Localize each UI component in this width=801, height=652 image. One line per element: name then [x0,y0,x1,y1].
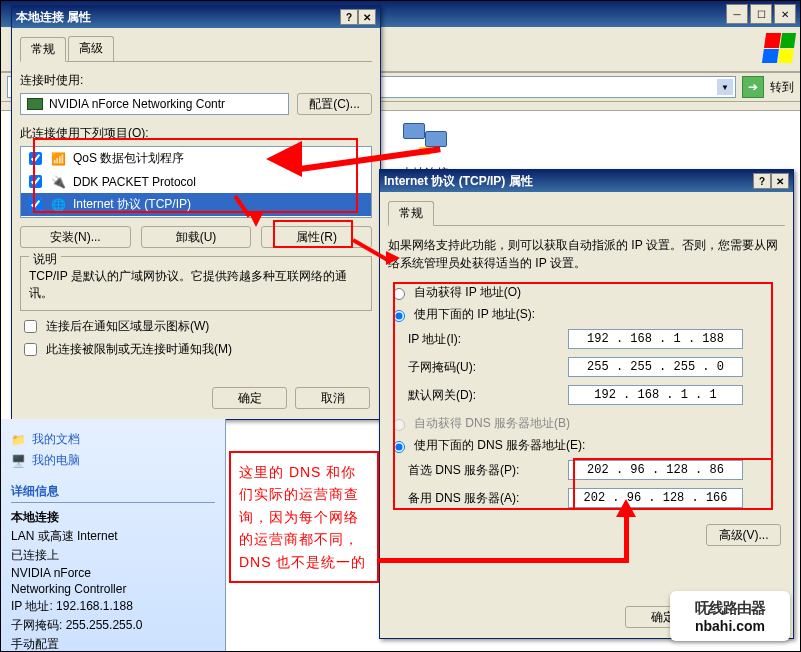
ip-address-input[interactable]: 192 . 168 . 1 . 188 [568,329,743,349]
list-item[interactable]: 🔌 DDK PACKET Protocol [21,170,371,193]
list-item-tcpip[interactable]: 🌐 Internet 协议 (TCP/IP) [21,193,371,216]
sidebar-item-label: 我的电脑 [32,452,80,469]
dlg1-close-button[interactable]: ✕ [358,9,376,25]
ip-desc: 如果网络支持此功能，则可以获取自动指派的 IP 设置。否则，您需要从网络系统管理… [388,236,785,272]
dlg1-titlebar[interactable]: 本地连接 属性 ? ✕ [12,6,380,28]
sidebar-item-label: 我的文档 [32,431,80,448]
item-label: QoS 数据包计划程序 [73,150,184,167]
sidebar-item-computer[interactable]: 🖥️ 我的电脑 [11,452,215,469]
dlg1-ok-button[interactable]: 确定 [212,387,287,409]
item-label: DDK PACKET Protocol [73,175,196,189]
tab-general[interactable]: 常规 [20,37,66,62]
radio-use-ip[interactable] [393,310,405,322]
detail-mode: 手动配置 [11,636,215,652]
subnet-mask-label: 子网掩码(U): [408,359,568,376]
item-checkbox[interactable] [29,198,42,211]
radio-auto-dns-label: 自动获得 DNS 服务器地址(B) [414,415,570,432]
radio-use-dns-label: 使用下面的 DNS 服务器地址(E): [414,437,585,454]
radio-use-dns[interactable] [393,441,405,453]
gateway-label: 默认网关(D): [408,387,568,404]
connect-using-label: 连接时使用: [20,72,372,89]
watermark-line2: nbahi.com [695,618,765,634]
tab-advanced[interactable]: 高级 [68,36,114,61]
list-item[interactable]: 📶 QoS 数据包计划程序 [21,147,371,170]
dlg1-help-button[interactable]: ? [340,9,358,25]
nic-icon [27,98,43,110]
desc-text: TCP/IP 是默认的广域网协议。它提供跨越多种互联网络的通讯。 [29,268,363,302]
ip-address-label: IP 地址(I): [408,331,568,348]
tcpip-icon: 🌐 [51,198,67,212]
radio-auto-ip-label: 自动获得 IP 地址(O) [414,284,521,301]
configure-button[interactable]: 配置(C)... [297,93,372,115]
folder-icon: 📁 [11,433,26,447]
tcpip-properties-dialog: Internet 协议 (TCP/IP) 属性 ? ✕ 常规 如果网络支持此功能… [379,169,794,639]
go-button[interactable]: ➔ [742,76,764,98]
bg-minimize-button[interactable]: ─ [726,4,748,24]
go-label: 转到 [770,79,794,96]
dlg2-title: Internet 协议 (TCP/IP) 属性 [384,173,753,190]
ddk-icon: 🔌 [51,175,67,189]
details-header: 详细信息 [11,483,215,503]
dlg2-help-button[interactable]: ? [753,173,771,189]
install-button[interactable]: 安装(N)... [20,226,131,248]
watermark-line1: 呒线路由器 [695,599,765,618]
show-icon-label: 连接后在通知区域显示图标(W) [46,318,209,335]
qos-icon: 📶 [51,152,67,166]
detail-mask: 子网掩码: 255.255.255.0 [11,617,215,634]
desc-label: 说明 [29,251,61,268]
bg-close-button[interactable]: ✕ [774,4,796,24]
dns1-label: 首选 DNS 服务器(P): [408,462,568,479]
sidebar-item-documents[interactable]: 📁 我的文档 [11,431,215,448]
gateway-input[interactable]: 192 . 168 . 1 . 1 [568,385,743,405]
dlg1-tabs: 常规 高级 [20,36,372,62]
connection-icon-img [401,121,449,161]
radio-auto-ip[interactable] [393,288,405,300]
local-connection-properties-dialog: 本地连接 属性 ? ✕ 常规 高级 连接时使用: NVIDIA nForce N… [11,5,381,420]
dlg2-tabs: 常规 [388,200,785,226]
detail-adapter1: NVIDIA nForce [11,566,215,580]
advanced-button[interactable]: 高级(V)... [706,524,781,546]
detail-type: LAN 或高速 Internet [11,528,215,545]
dlg1-cancel-button[interactable]: 取消 [295,387,370,409]
detail-name: 本地连接 [11,509,215,526]
address-dropdown-icon[interactable]: ▼ [717,79,733,95]
dns2-label: 备用 DNS 服务器(A): [408,490,568,507]
items-label: 此连接使用下列项目(O): [20,125,372,142]
detail-ip: IP 地址: 192.168.1.188 [11,598,215,615]
watermark: 呒线路由器 nbahi.com [670,591,790,641]
notify-checkbox[interactable] [24,343,37,356]
subnet-mask-input[interactable]: 255 . 255 . 255 . 0 [568,357,743,377]
windows-flag-icon [762,33,796,63]
item-checkbox[interactable] [29,175,42,188]
notify-label: 此连接被限制或无连接时通知我(M) [46,341,232,358]
dns2-input[interactable]: 202 . 96 . 128 . 166 [568,488,743,508]
adapter-field[interactable]: NVIDIA nForce Networking Contr [20,93,289,115]
detail-status: 已连接上 [11,547,215,564]
properties-button[interactable]: 属性(R) [261,226,372,248]
annotation-text: 这里的 DNS 和你们实际的运营商查询，因为每个网络的运营商都不同，DNS 也不… [229,451,379,583]
tab-general[interactable]: 常规 [388,201,434,226]
uninstall-button[interactable]: 卸载(U) [141,226,252,248]
computer-icon: 🖥️ [11,454,26,468]
radio-use-ip-label: 使用下面的 IP 地址(S): [414,306,535,323]
details-panel: 本地连接 LAN 或高速 Internet 已连接上 NVIDIA nForce… [11,509,215,652]
dlg1-title: 本地连接 属性 [16,9,340,26]
item-label: Internet 协议 (TCP/IP) [73,196,191,213]
show-icon-checkbox[interactable] [24,320,37,333]
radio-auto-dns [393,419,405,431]
adapter-name: NVIDIA nForce Networking Contr [49,97,225,111]
dns1-input[interactable]: 202 . 96 . 128 . 86 [568,460,743,480]
items-listbox[interactable]: 📶 QoS 数据包计划程序 🔌 DDK PACKET Protocol 🌐 In… [20,146,372,218]
description-fieldset: 说明 TCP/IP 是默认的广域网协议。它提供跨越多种互联网络的通讯。 [20,256,372,311]
detail-adapter2: Networking Controller [11,582,215,596]
bg-maximize-button[interactable]: ☐ [750,4,772,24]
dlg2-close-button[interactable]: ✕ [771,173,789,189]
sidebar: 📁 我的文档 🖥️ 我的电脑 详细信息 本地连接 LAN 或高速 Interne… [1,419,226,651]
item-checkbox[interactable] [29,152,42,165]
dlg2-titlebar[interactable]: Internet 协议 (TCP/IP) 属性 ? ✕ [380,170,793,192]
